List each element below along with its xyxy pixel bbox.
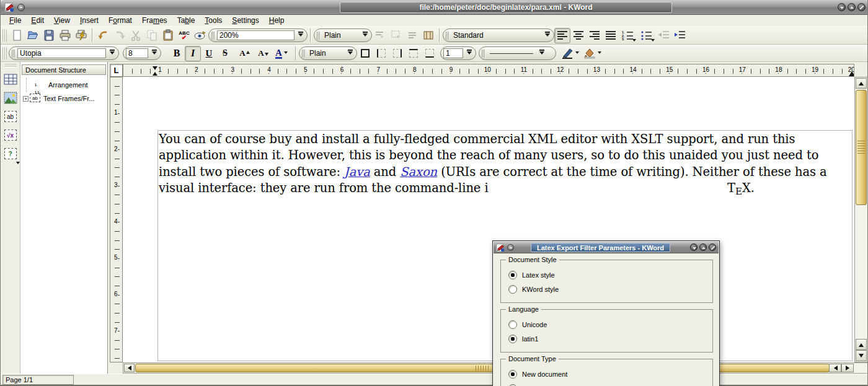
radio-new-document[interactable]: New document — [508, 370, 567, 379]
frame-style-combo[interactable]: Plain — [299, 46, 357, 60]
radio-latex-style[interactable]: Latex style — [508, 271, 555, 279]
toolbar-grip[interactable] — [2, 47, 7, 59]
horizontal-ruler[interactable]: 1234567891011121314151617181920 — [123, 64, 854, 77]
zoom-combo[interactable]: 200% — [208, 29, 308, 42]
cut-button[interactable] — [128, 28, 144, 43]
radio-icon[interactable] — [508, 271, 517, 279]
insert-frame-button[interactable] — [420, 28, 436, 43]
java-link[interactable]: Java — [344, 165, 370, 179]
border-width-combo[interactable]: 1 — [440, 46, 476, 60]
radio-latin1[interactable]: latin1 — [508, 335, 538, 343]
numbered-list-button[interactable]: 1.2.3. — [619, 28, 637, 43]
menu-tools[interactable]: Tools — [200, 15, 227, 25]
scroll-right-button[interactable] — [841, 364, 854, 372]
superscript-button[interactable]: A — [233, 46, 252, 61]
radio-unicode[interactable]: Unicode — [508, 320, 547, 329]
menu-settings[interactable]: Settings — [227, 15, 264, 25]
insert-table-button[interactable] — [2, 71, 19, 87]
open-document-button[interactable] — [25, 28, 41, 43]
menu-edit[interactable]: Edit — [26, 15, 49, 25]
menu-table[interactable]: Table — [172, 15, 200, 25]
subscript-button[interactable]: A — [252, 46, 270, 61]
insert-endnote-button[interactable]: * — [388, 28, 404, 43]
scroll-up-button-2[interactable] — [856, 339, 867, 350]
bold-button[interactable]: B — [169, 46, 185, 61]
toolbar-grip[interactable] — [4, 63, 17, 68]
decrease-indent-button[interactable] — [656, 28, 672, 43]
redo-button[interactable] — [112, 28, 128, 43]
scroll-up-button[interactable] — [856, 78, 867, 89]
font-family-value[interactable]: Utopia — [17, 48, 106, 58]
eye-button[interactable] — [192, 28, 208, 43]
align-right-button[interactable] — [587, 28, 603, 43]
saxon-link[interactable]: Saxon — [400, 165, 437, 179]
zoom-value[interactable]: 200% — [217, 30, 294, 40]
insert-footnote-button[interactable]: * — [372, 28, 388, 43]
border-right-button[interactable] — [389, 46, 405, 61]
menu-file[interactable]: File — [4, 15, 26, 25]
background-color-button[interactable] — [581, 46, 603, 61]
underline-button[interactable]: U — [201, 46, 217, 61]
scroll-down-button[interactable] — [856, 350, 867, 361]
frame-style-value[interactable]: Plain — [308, 48, 344, 58]
border-outline-button[interactable] — [357, 46, 373, 61]
align-center-button[interactable] — [570, 28, 587, 43]
chevron-down-icon[interactable] — [538, 50, 546, 57]
insert-contents-button[interactable] — [404, 28, 420, 43]
paragraph-style-combo[interactable]: Standard — [443, 29, 554, 42]
paste-button[interactable] — [160, 28, 176, 43]
border-width-value[interactable]: 1 — [443, 48, 463, 58]
font-family-combo[interactable]: Utopia — [9, 46, 119, 60]
right-indent-marker[interactable] — [849, 68, 854, 76]
italic-button[interactable]: I — [185, 46, 201, 61]
save-button[interactable] — [41, 28, 57, 43]
border-left-button[interactable] — [373, 46, 389, 61]
menu-help[interactable]: Help — [264, 15, 290, 25]
radio-icon[interactable] — [508, 335, 517, 343]
chevron-down-icon[interactable] — [346, 50, 354, 57]
menu-format[interactable]: Format — [104, 15, 137, 25]
scroll-left-button[interactable] — [124, 364, 135, 372]
chevron-down-icon[interactable] — [284, 51, 288, 56]
align-left-button[interactable] — [554, 28, 570, 43]
radio-icon[interactable] — [508, 320, 517, 329]
document-structure-header[interactable]: Document Structure — [22, 64, 106, 75]
border-style-combo[interactable] — [479, 46, 556, 60]
scroll-left-button-2[interactable] — [829, 364, 841, 372]
maximize-icon[interactable] — [848, 3, 856, 11]
kword-app-icon[interactable] — [4, 2, 15, 12]
bullet-list-button[interactable] — [637, 28, 656, 43]
vertical-scrollbar-thumb[interactable] — [856, 90, 867, 205]
text-style-combo[interactable]: Plain — [314, 29, 372, 42]
radio-icon[interactable] — [508, 370, 517, 379]
insert-object-button[interactable]: ? — [2, 146, 19, 162]
document-text[interactable]: You can of course buy and install a full… — [159, 131, 827, 196]
border-top-button[interactable] — [405, 46, 422, 61]
increase-indent-button[interactable] — [672, 28, 688, 43]
vertical-scrollbar[interactable] — [854, 77, 868, 362]
tree-item-text-frames[interactable]: + ab Text Frames/Fr... — [23, 92, 106, 105]
chevron-down-icon[interactable] — [598, 51, 601, 56]
font-size-combo[interactable]: 8 — [123, 46, 161, 60]
window-titlebar[interactable]: file:/home/peter/doc/beginlatex/para.xml… — [1, 0, 868, 15]
tree-item-arrangement[interactable]: 1.1.1-1.2- Arrangement — [23, 78, 106, 92]
toolbar-grip[interactable] — [2, 29, 7, 42]
strikethrough-button[interactable]: S — [217, 46, 233, 61]
menu-frames[interactable]: Frames — [137, 15, 172, 25]
indent-marker[interactable] — [153, 66, 158, 76]
spell-check-button[interactable]: ABC✔ — [176, 28, 192, 43]
dialog-titlebar[interactable]: Latex Export Filter Parameters - KWord — [494, 242, 719, 253]
minimize-icon[interactable] — [690, 243, 698, 251]
close-icon[interactable] — [709, 243, 716, 251]
font-size-value[interactable]: 8 — [126, 48, 148, 58]
insert-formula-button[interactable]: √x — [2, 127, 19, 143]
chevron-down-icon[interactable] — [575, 51, 579, 56]
close-icon[interactable] — [857, 3, 866, 11]
radio-kword-style[interactable]: KWord style — [508, 285, 559, 294]
insert-text-frame-button[interactable]: ab — [2, 108, 19, 125]
chevron-down-icon[interactable] — [543, 32, 551, 39]
minimize-icon[interactable] — [838, 3, 846, 11]
maximize-icon[interactable] — [699, 243, 707, 251]
menu-view[interactable]: View — [49, 15, 75, 25]
document-canvas[interactable]: You can of course buy and install a full… — [123, 77, 854, 362]
